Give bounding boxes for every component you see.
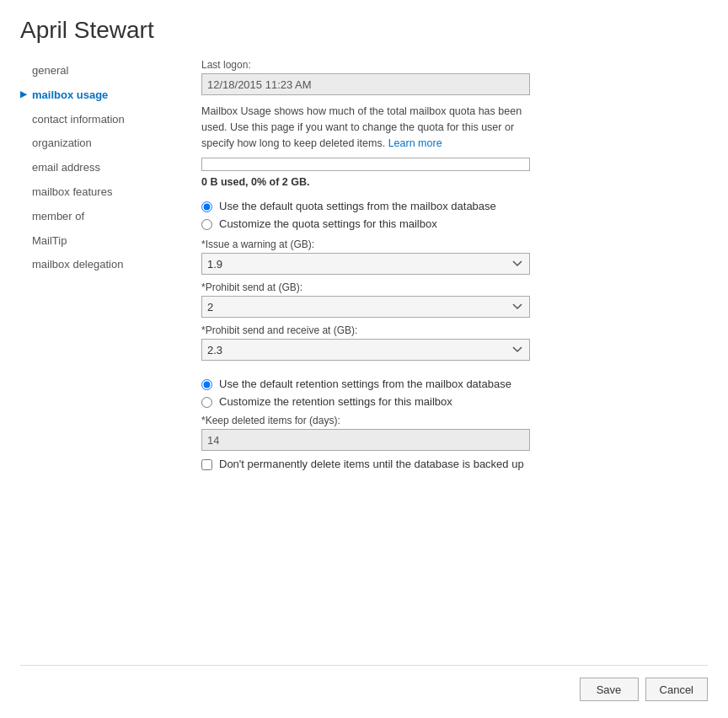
sidebar-item-mailtip[interactable]: MailTip — [20, 229, 176, 254]
retention-radio1-label: Use the default retention settings from … — [219, 378, 511, 390]
quota-radio2[interactable] — [201, 219, 212, 230]
quota-radio1-option[interactable]: Use the default quota settings from the … — [201, 200, 708, 212]
retention-radio2-label: Customize the retention settings for thi… — [219, 395, 452, 408]
retention-radio2[interactable] — [201, 397, 212, 408]
retention-radio1-option[interactable]: Use the default retention settings from … — [201, 378, 708, 390]
prohibit-send-label: *Prohibit send at (GB): — [201, 281, 708, 293]
retention-radio1[interactable] — [201, 379, 212, 390]
page-title: April Stewart — [20, 17, 708, 44]
sidebar: general mailbox usage contact informatio… — [20, 59, 185, 665]
prohibit-send-receive-label: *Prohibit send and receive at (GB): — [201, 324, 708, 336]
prohibit-send-select[interactable]: 2 — [201, 296, 530, 318]
quota-fields: *Issue a warning at (GB): 1.9 *Prohibit … — [201, 238, 708, 361]
sidebar-item-general[interactable]: general — [20, 59, 176, 83]
dont-delete-option[interactable]: Don't permanently delete items until the… — [201, 458, 708, 470]
retention-radio-group: Use the default retention settings from … — [201, 378, 708, 408]
quota-radio2-label: Customize the quota settings for this ma… — [219, 217, 437, 230]
dont-delete-label: Don't permanently delete items until the… — [219, 458, 524, 470]
usage-summary: 0 B used, 0% of 2 GB. — [201, 176, 708, 188]
prohibit-send-receive-select[interactable]: 2.3 — [201, 339, 530, 361]
sidebar-item-organization[interactable]: organization — [20, 131, 176, 156]
sidebar-item-email-address[interactable]: email address — [20, 156, 176, 180]
dont-delete-checkbox[interactable] — [201, 459, 212, 470]
description-text: Mailbox Usage shows how much of the tota… — [201, 104, 530, 151]
quota-radio1[interactable] — [201, 201, 212, 212]
sidebar-item-contact-information[interactable]: contact information — [20, 108, 176, 132]
last-logon-label: Last logon: — [201, 59, 708, 71]
keep-deleted-label: *Keep deleted items for (days): — [201, 415, 708, 426]
issue-warning-select[interactable]: 1.9 — [201, 253, 530, 275]
quota-radio1-label: Use the default quota settings from the … — [219, 200, 496, 212]
issue-warning-label: *Issue a warning at (GB): — [201, 238, 708, 250]
keep-deleted-input[interactable] — [201, 429, 530, 451]
quota-radio-group: Use the default quota settings from the … — [201, 200, 708, 230]
save-button[interactable]: Save — [580, 678, 639, 701]
sidebar-item-mailbox-features[interactable]: mailbox features — [20, 180, 176, 205]
retention-radio2-option[interactable]: Customize the retention settings for thi… — [201, 395, 708, 408]
usage-bar-container — [201, 158, 530, 171]
sidebar-item-member-of[interactable]: member of — [20, 205, 176, 229]
quota-radio2-option[interactable]: Customize the quota settings for this ma… — [201, 217, 708, 230]
learn-more-link[interactable]: Learn more — [388, 137, 442, 149]
sidebar-item-mailbox-usage[interactable]: mailbox usage — [20, 83, 176, 108]
sidebar-item-mailbox-delegation[interactable]: mailbox delegation — [20, 253, 176, 277]
last-logon-input[interactable] — [201, 73, 530, 95]
bottom-bar: Save Cancel — [20, 665, 708, 701]
main-content: Last logon: Mailbox Usage shows how much… — [185, 59, 708, 665]
cancel-button[interactable]: Cancel — [645, 678, 708, 701]
